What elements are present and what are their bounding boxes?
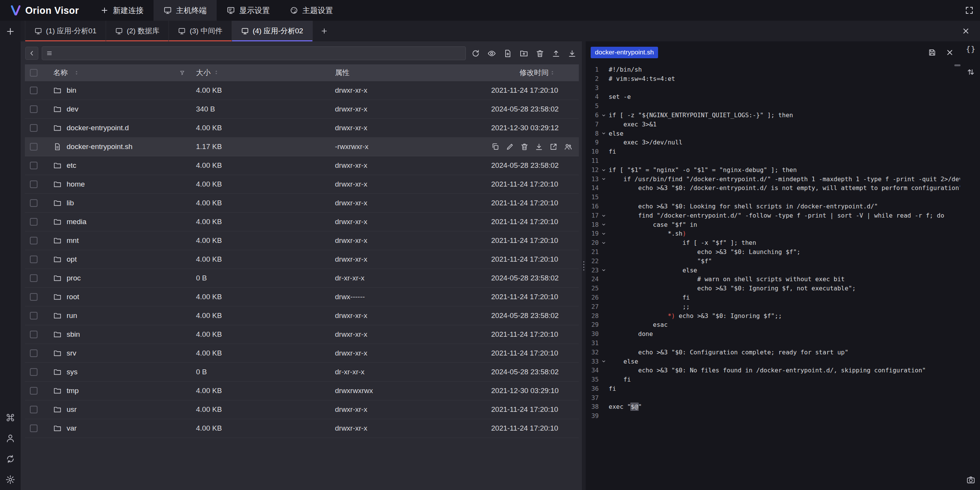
table-row[interactable]: opt4.00 KBdrwxr-xr-x2021-11-24 17:20:10 [25, 250, 579, 269]
row-checkbox[interactable] [30, 293, 38, 301]
table-row[interactable]: dev340 Bdrwxr-xr-x2024-05-28 23:58:02 [25, 100, 579, 119]
sort-modified-icon[interactable] [550, 70, 555, 75]
fold-chevron-icon[interactable] [599, 166, 609, 175]
row-checkbox[interactable] [30, 143, 38, 151]
fold-chevron-icon[interactable] [599, 357, 609, 366]
row-checkbox[interactable] [30, 274, 38, 282]
fold-chevron-icon[interactable] [599, 111, 609, 120]
refresh-icon[interactable] [471, 49, 480, 58]
fold-chevron-icon[interactable] [599, 220, 609, 229]
session-tab[interactable]: (1) 应用-分析01 [25, 21, 106, 41]
code-text: echo >&3 "$0: Looking for shell scripts … [609, 202, 878, 211]
close-all-tabs-icon[interactable] [962, 27, 970, 35]
fold-chevron-icon[interactable] [599, 129, 609, 138]
fold-gutter [599, 384, 609, 393]
fold-chevron-icon[interactable] [599, 229, 609, 238]
sort-name-icon[interactable] [74, 70, 79, 75]
row-checkbox[interactable] [30, 105, 38, 113]
scrollbar-thumb[interactable] [954, 64, 960, 66]
row-checkbox[interactable] [30, 312, 38, 320]
table-row[interactable]: srv4.00 KBdrwxr-xr-x2021-11-24 17:20:10 [25, 344, 579, 363]
row-checkbox[interactable] [30, 256, 38, 263]
fold-chevron-icon[interactable] [599, 211, 609, 220]
table-row[interactable]: tmp4.00 KBdrwxrwxrwx2021-12-30 03:29:10 [25, 382, 579, 400]
menu-item[interactable]: 主题设置 [280, 0, 343, 21]
session-tab[interactable]: (3) 中间件 [169, 21, 232, 41]
copy-icon[interactable] [491, 143, 500, 151]
save-icon[interactable] [928, 48, 936, 57]
user-icon[interactable] [5, 433, 15, 443]
table-row[interactable]: mnt4.00 KBdrwxr-xr-x2021-11-24 17:20:10 [25, 231, 579, 250]
path-input[interactable] [42, 46, 466, 60]
row-checkbox[interactable] [30, 199, 38, 207]
show-hidden-icon[interactable] [487, 49, 496, 58]
file-attr: drwxr-xr-x [327, 124, 491, 132]
file-size: 4.00 KB [190, 124, 327, 132]
fullscreen-icon[interactable] [965, 6, 974, 15]
modified-value: 2024-05-28 23:58:02 [491, 274, 559, 282]
session-tab[interactable]: (4) 应用-分析02 [232, 21, 313, 41]
upload-icon[interactable] [552, 49, 560, 58]
row-checkbox[interactable] [30, 87, 38, 94]
back-button[interactable] [25, 47, 38, 60]
panel-splitter[interactable] [582, 41, 586, 490]
select-all-checkbox[interactable] [30, 69, 38, 77]
row-checkbox[interactable] [30, 218, 38, 226]
download-icon[interactable] [535, 143, 543, 151]
fold-chevron-icon[interactable] [599, 266, 609, 275]
session-tab[interactable]: (2) 数据库 [106, 21, 169, 41]
table-row[interactable]: sys0 Bdr-xr-xr-x2024-05-28 23:58:02 [25, 363, 579, 382]
close-editor-icon[interactable] [946, 48, 954, 57]
table-row[interactable]: usr4.00 KBdrwxr-xr-x2021-11-24 17:20:10 [25, 400, 579, 419]
download-icon[interactable] [568, 49, 577, 58]
row-checkbox[interactable] [30, 180, 38, 188]
menu-item[interactable]: 显示设置 [217, 0, 280, 21]
fold-chevron-icon[interactable] [599, 238, 609, 247]
row-checkbox[interactable] [30, 387, 38, 395]
swap-vertical-icon[interactable] [966, 67, 975, 77]
menu-item[interactable]: 新建连接 [90, 0, 154, 21]
table-row[interactable]: etc4.00 KBdrwxr-xr-x2024-05-28 23:58:02 [25, 156, 579, 175]
splitter-grip[interactable] [583, 261, 585, 271]
code-text: if /usr/bin/find "/docker-entrypoint.d/"… [609, 175, 960, 184]
new-connection-icon[interactable] [5, 26, 15, 36]
row-checkbox[interactable] [30, 406, 38, 413]
table-row[interactable]: root4.00 KBdrwx------2021-11-24 17:20:10 [25, 288, 579, 306]
table-row[interactable]: bin4.00 KBdrwxr-xr-x2021-11-24 17:20:10 [25, 81, 579, 100]
code-editor[interactable]: 1#!/bin/sh2# vim:sw=4:ts=4:et34set -e56i… [586, 65, 960, 490]
row-checkbox[interactable] [30, 349, 38, 357]
fold-chevron-icon[interactable] [599, 175, 609, 184]
settings-icon[interactable] [5, 475, 15, 485]
file-size: 4.00 KB [190, 311, 327, 320]
camera-icon[interactable] [966, 475, 975, 485]
table-row[interactable]: sbin4.00 KBdrwxr-xr-x2021-11-24 17:20:10 [25, 325, 579, 344]
row-checkbox[interactable] [30, 368, 38, 376]
row-checkbox[interactable] [30, 124, 38, 132]
sync-icon[interactable] [5, 454, 15, 464]
delete-icon[interactable] [520, 143, 529, 151]
braces-icon[interactable]: {} [966, 41, 976, 54]
table-row[interactable]: docker-entrypoint.sh1.17 KB-rwxrwxr-x [25, 138, 579, 156]
menu-item[interactable]: 主机终端 [154, 0, 217, 21]
row-checkbox[interactable] [30, 331, 38, 338]
permission-icon[interactable] [564, 143, 572, 151]
row-checkbox[interactable] [30, 237, 38, 244]
row-checkbox[interactable] [30, 424, 38, 432]
command-icon[interactable] [5, 413, 15, 423]
add-tab-icon[interactable] [320, 27, 328, 35]
table-row[interactable]: media4.00 KBdrwxr-xr-x2021-11-24 17:20:1… [25, 213, 579, 231]
row-checkbox[interactable] [30, 162, 38, 169]
delete-icon[interactable] [536, 49, 544, 58]
table-row[interactable]: docker-entrypoint.d4.00 KBdrwxr-xr-x2021… [25, 119, 579, 138]
move-icon[interactable] [549, 143, 558, 151]
table-row[interactable]: home4.00 KBdrwxr-xr-x2021-11-24 17:20:10 [25, 175, 579, 194]
table-row[interactable]: lib4.00 KBdrwxr-xr-x2021-11-24 17:20:10 [25, 194, 579, 213]
sort-size-icon[interactable] [214, 70, 219, 75]
edit-icon[interactable] [506, 143, 514, 151]
table-row[interactable]: var4.00 KBdrwxr-xr-x2021-11-24 17:20:10 [25, 419, 579, 438]
new-file-icon[interactable] [503, 49, 512, 58]
new-folder-icon[interactable] [519, 49, 528, 58]
table-row[interactable]: run4.00 KBdrwxr-xr-x2024-05-28 23:58:02 [25, 306, 579, 325]
table-row[interactable]: proc0 Bdr-xr-xr-x2024-05-28 23:58:02 [25, 269, 579, 288]
filter-icon[interactable] [179, 70, 185, 76]
